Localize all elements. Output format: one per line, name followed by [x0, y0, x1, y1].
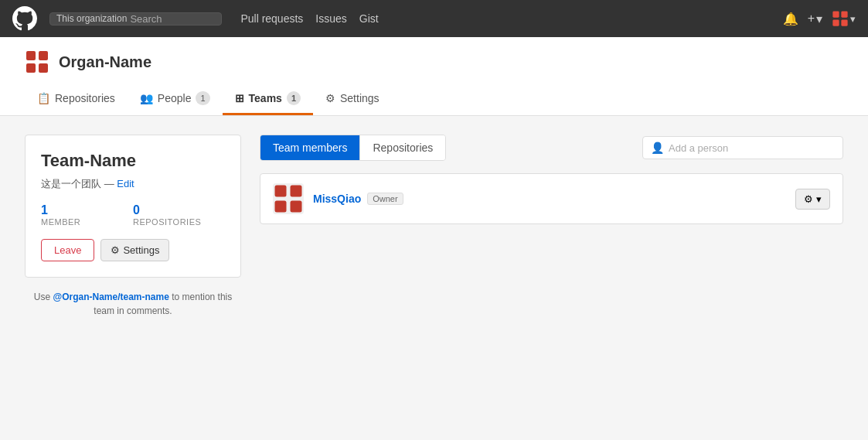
stat-repos: 0 REPOSITORIES [133, 203, 225, 227]
new-menu-button[interactable]: + ▾ [808, 12, 822, 26]
team-actions: Leave ⚙ Settings [41, 239, 225, 261]
team-name: Team-Name [41, 151, 225, 171]
team-card: Team-Name 这是一个团队 — Edit 1 MEMBER 0 REPOS… [25, 135, 241, 278]
teams-icon: ⊞ [235, 92, 244, 104]
nav-pull-requests[interactable]: Pull requests [240, 12, 303, 25]
nav-links: Pull requests Issues Gist [240, 12, 378, 25]
org-title-row: Organ-Name [25, 49, 843, 74]
settings-icon: ⚙ [325, 92, 335, 104]
leave-button[interactable]: Leave [41, 239, 94, 261]
left-panel: Team-Name 这是一个团队 — Edit 1 MEMBER 0 REPOS… [25, 135, 241, 422]
team-settings-button[interactable]: ⚙ Settings [100, 239, 169, 261]
team-tab-group: Team members Repositories [260, 135, 446, 161]
notification-button[interactable]: 🔔 [783, 12, 798, 26]
org-avatar [25, 49, 49, 74]
svg-rect-4 [26, 51, 36, 60]
dropdown-arrow-icon: ▾ [850, 13, 856, 25]
team-settings-label: Settings [123, 244, 159, 256]
team-description: 这是一个团队 — Edit [41, 177, 225, 191]
member-name-link[interactable]: MissQiao [313, 193, 361, 205]
repositories-tab[interactable]: Repositories [360, 135, 445, 160]
svg-rect-9 [291, 186, 302, 197]
svg-rect-6 [26, 63, 36, 73]
user-menu-button[interactable]: ▾ [832, 10, 856, 27]
team-stats: 1 MEMBER 0 REPOSITORIES [41, 203, 225, 227]
svg-rect-2 [832, 19, 839, 26]
dropdown-arrow-icon: ▾ [816, 193, 822, 205]
member-count: 1 [41, 203, 133, 217]
tab-teams-badge: 1 [287, 91, 301, 105]
person-icon: 👤 [651, 142, 664, 154]
svg-rect-3 [841, 19, 847, 26]
nav-org-label: This organization [56, 13, 127, 24]
member-label: MEMBER [41, 217, 133, 227]
tab-people-label: People [158, 92, 192, 104]
nav-issues[interactable]: Issues [315, 12, 346, 25]
repo-label: REPOSITORIES [133, 217, 225, 227]
right-top: Team members Repositories 👤 [260, 135, 843, 161]
dropdown-arrow-icon: ▾ [816, 12, 822, 26]
tab-repositories[interactable]: 📋 Repositories [25, 84, 128, 115]
search-input[interactable] [130, 13, 215, 25]
nav-search-wrap: This organization [49, 12, 222, 26]
nav-gist[interactable]: Gist [359, 12, 379, 25]
tab-repositories-label: Repositories [55, 92, 115, 104]
gear-icon: ⚙ [804, 193, 813, 205]
team-mention-handle[interactable]: @Organ-Name/team-name [53, 292, 168, 302]
avatar [273, 183, 304, 214]
svg-rect-10 [275, 201, 287, 213]
tab-settings[interactable]: ⚙ Settings [313, 84, 392, 115]
table-row: MissQiao Owner ⚙ ▾ [260, 173, 843, 224]
team-edit-link[interactable]: Edit [117, 178, 134, 189]
add-person-wrap: 👤 [642, 136, 843, 159]
gear-icon: ⚙ [111, 244, 120, 256]
org-header: Organ-Name 📋 Repositories 👥 People 1 ⊞ T… [0, 37, 868, 116]
repo-icon: 📋 [37, 92, 50, 104]
team-members-tab[interactable]: Team members [260, 135, 360, 160]
github-logo[interactable] [12, 6, 37, 31]
nav-bar: This organization Pull requests Issues G… [0, 0, 868, 37]
people-icon: 👥 [140, 92, 153, 104]
repo-count: 0 [133, 203, 225, 217]
team-desc-separator: — [104, 178, 117, 189]
plus-icon: + [808, 12, 815, 26]
tab-people[interactable]: 👥 People 1 [128, 84, 223, 115]
org-tabs: 📋 Repositories 👥 People 1 ⊞ Teams 1 ⚙ Se… [25, 84, 843, 115]
svg-rect-1 [841, 11, 847, 17]
stat-members: 1 MEMBER [41, 203, 133, 227]
mention-prefix: Use [34, 292, 50, 302]
right-panel: Team members Repositories 👤 MissQiao Own… [260, 135, 843, 422]
nav-right: 🔔 + ▾ ▾ [783, 10, 856, 27]
svg-rect-7 [39, 63, 48, 73]
add-person-input[interactable] [669, 142, 835, 154]
svg-rect-11 [291, 201, 302, 213]
svg-rect-8 [275, 186, 287, 197]
member-actions: ⚙ ▾ [795, 189, 830, 210]
member-role-badge: Owner [367, 193, 403, 205]
tab-settings-label: Settings [340, 92, 380, 104]
team-description-text: 这是一个团队 [41, 178, 101, 189]
member-gear-button[interactable]: ⚙ ▾ [795, 189, 830, 210]
svg-rect-5 [39, 51, 48, 60]
member-info: MissQiao Owner [313, 193, 786, 205]
main-content: Team-Name 这是一个团队 — Edit 1 MEMBER 0 REPOS… [0, 116, 868, 440]
tab-people-badge: 1 [196, 91, 209, 105]
bell-icon: 🔔 [783, 12, 798, 26]
tab-teams-label: Teams [249, 92, 282, 104]
tab-teams[interactable]: ⊞ Teams 1 [223, 84, 313, 115]
team-mention: Use @Organ-Name/team-name to mention thi… [25, 290, 241, 318]
org-name: Organ-Name [59, 53, 151, 71]
svg-rect-0 [832, 11, 839, 17]
